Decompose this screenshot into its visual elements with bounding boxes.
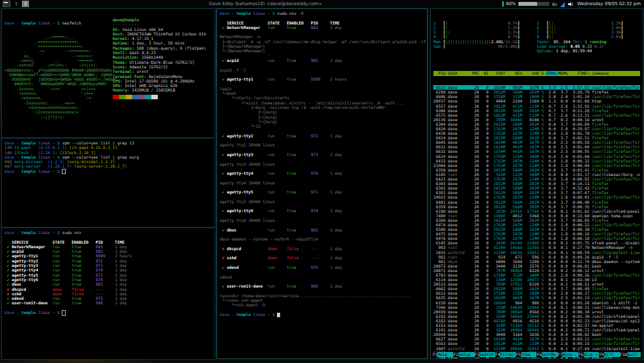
terminal-line: login (220, 86, 424, 91)
process-row[interactable]: 6575 dave 20 0 1852M 411M 115M S 0.7 2.6… (433, 113, 640, 117)
process-row[interactable]: 6414 dave 20 0 2032M 586M 201M S 0.0 3.7… (433, 135, 640, 140)
process-row[interactable]: 6350 dave 20 0 2032M 586M 201M S 0.0 3.7… (433, 168, 640, 172)
vsv-terminal[interactable]: dave - temple linux ~ $ sudo vsv SERVICE… (1, 228, 215, 360)
process-row[interactable]: 6508 dave 20 0 2032M 586M 201M S 0.0 3.7… (433, 227, 640, 231)
terminal-line: ├─Xorg -nolisten tcp :0 -auth /tmp/serve… (220, 105, 424, 110)
htop-fkey-kill[interactable]: F9Kill (599, 352, 620, 357)
process-row[interactable]: 6606 dave 20 0 1758M 315M 106M S 2.0 2.0… (433, 94, 640, 99)
terminal-line (220, 195, 424, 199)
htop-process-list[interactable]: 6615 dave 20 0 1834M 401M 167M S 3.9 2.5… (433, 85, 640, 359)
terminal-line: 139 i3-gaps (4.15.0.1_1) [i3-gaps-4.15.0… (5, 145, 212, 150)
battery-charge-icon (502, 1, 504, 6)
htop-fkey-search[interactable]: F3Search (475, 352, 495, 357)
process-row[interactable]: 6420 dave 20 0 1763M 287M 124M S 0.0 1.8… (433, 126, 640, 131)
terminal-line: ✔ agetty-tty1 run true 5989 2 hours (220, 77, 424, 81)
htop-fkey-sortby[interactable]: F6SortBy (536, 352, 557, 357)
process-row[interactable]: 6703 dave 20 0 1758M 315M 106M S 0.0 2.0… (433, 273, 640, 277)
process-row[interactable]: 6192 dave 20 0 254M 34868 23640 S 0.0 0.… (433, 314, 640, 319)
process-row[interactable]: 6476 dave 20 0 1763M 287M 124M S 0.0 1.8… (433, 236, 640, 240)
process-row[interactable]: 6474 dave 20 0 1763M 287M 124M S 0.0 1.8… (433, 222, 640, 227)
process-row[interactable]: 6298 dave 20 0 2032M 586M 201M S 2.6 3.7… (433, 90, 640, 94)
process-row[interactable]: 7346 dave 20 0 159M 14640 12940 S 0.0 0.… (433, 305, 640, 309)
process-row[interactable]: 20513 dave 20 0 789M 37912 8320 S 0.0 0.… (433, 282, 640, 286)
process-row[interactable]: 1007 polkitd 20 0 1119M 20036 15012 S 0.… (433, 346, 640, 351)
process-row[interactable]: 6306 dave 20 0 2032M 586M 201M S 0.7 3.7… (433, 108, 640, 113)
process-row[interactable]: 982 root 20 0 924 672 596 S 0.0 0.0 0:09… (433, 255, 640, 259)
process-row[interactable]: 6557 dave 20 0 1852M 411M 115M S 0.7 2.6… (433, 104, 640, 108)
process-row[interactable]: 6563 dave 20 0 1852M 411M 115M S 0.0 2.6… (433, 341, 640, 346)
process-row[interactable]: 20937 dave 20 0 4484 2184 1164 R 1.3 0.0… (433, 99, 640, 103)
terminal-line: SERVICE STATE ENABLED PID TIME (5, 240, 212, 244)
network-signal-icon[interactable] (560, 1, 565, 7)
terminal-line: ✘ dhcpcd down false --- 1 day (5, 287, 212, 291)
color-swatch (151, 95, 158, 99)
htop-column-header[interactable]: PID USER PRI NI VIRT RES SHR S CPU% MEM%… (433, 71, 640, 75)
terminal-line (220, 185, 424, 190)
process-row[interactable]: 20072 dave 20 0 3440 3120 1576 S 0.0 0.0… (433, 264, 640, 268)
process-row[interactable]: 6151 dave 20 0 329M 71384 32512 S 0.0 0.… (433, 323, 640, 328)
terminal-color-palette (113, 95, 206, 99)
process-row[interactable]: 6159 dave 20 0 16884 964 908 S 0.0 0.0 0… (433, 300, 640, 305)
process-row[interactable]: 14922 dave 20 0 1763M 287M 124M S 0.0 1.… (433, 195, 640, 199)
process-row[interactable]: 20071 dave 20 0 797M 38864 8220 S 0.0 0.… (433, 268, 640, 273)
process-row[interactable]: 6615 dave 20 0 1834M 401M 167M S 3.9 2.5… (433, 85, 640, 90)
terminal-line: 8 [|| 2.6%] (537, 34, 641, 39)
process-row[interactable]: 6481 dave 20 0 2032M 586M 201M S 0.0 3.7… (433, 200, 640, 204)
process-row[interactable]: 6624 dave 20 0 1758M 315M 106M S 0.0 2.0… (433, 154, 640, 159)
workspace-button-1[interactable]: 1 (13, 1, 19, 7)
terminal-line: ✔ user-runit-dave run true 988 1 day (5, 300, 212, 305)
process-row[interactable]: 6433 dave 20 0 1763M 287M 124M S 0.0 1.8… (433, 159, 640, 163)
process-row[interactable]: 21904 dave 20 0 1763M 287M 124M S 0.0 1.… (433, 163, 640, 168)
vpm-terminal[interactable]: dave - temple linux ~ $ vpm --color=yes … (1, 138, 215, 228)
panel-app-icon[interactable] (3, 1, 10, 7)
process-row[interactable]: 1015 polkitd 20 0 1119M 20036 15012 S 0.… (433, 250, 640, 255)
process-row[interactable]: 983 root 20 0 92240 14660 11368 S 0.0 0.… (433, 245, 640, 250)
process-row[interactable]: 6645 dave 20 0 1834M 401M 167M S 0.0 2.5… (433, 140, 640, 144)
htop-fkey-quit[interactable]: F10Quit (620, 352, 641, 357)
terminal-line: agetty tty5 38400 linux (220, 199, 424, 204)
htop-terminal[interactable]: 1 [| 0.7%]2 [| 1.3%]3 [|| 1.3%]4 [| 0.7%… (430, 8, 643, 359)
process-row[interactable]: 6632 dave 20 0 1834M 401M 167M S 0.0 2.5… (433, 149, 640, 153)
htop-fkey-help[interactable]: F1Help (433, 352, 453, 357)
terminal-line: ✔ agetty-tty3 run true 973 1 day (5, 263, 212, 268)
process-row[interactable]: 6631 dave 20 0 1834M 401M 167M S 0.0 2.5… (433, 144, 640, 149)
terminal-line: dave - temple linux ~ $ vpm --color=yes … (5, 155, 212, 159)
process-row[interactable]: 6190 dave 20 0 183M 24316 17760 S 0.0 0.… (433, 209, 640, 213)
process-row[interactable]: 6382 dave 20 0 2032M 586M 201M S 0.0 3.7… (433, 186, 640, 190)
neofetch-terminal[interactable]: dave - temple linux ~ $ neofetch __.;===… (1, 8, 215, 138)
process-row[interactable]: 6423 dave 20 0 1763M 287M 124M S 0.0 1.8… (433, 177, 640, 181)
process-row[interactable]: 6145 dave 20 0 243M 26148 21988 S 0.0 0.… (433, 240, 640, 245)
process-row[interactable]: 6475 dave 20 0 1763M 287M 124M S 0.0 1.8… (433, 231, 640, 236)
process-row[interactable]: 20940 dave 20 0 3440 3164 1636 S 0.0 0.0… (433, 332, 640, 337)
process-row[interactable]: 6612 dave 20 0 1758M 315M 106M S 0.0 2.0… (433, 291, 640, 295)
process-row[interactable]: 6381 dave 20 0 2032M 586M 201M S 0.0 3.7… (433, 190, 640, 195)
process-row[interactable]: 6627 dave 20 0 1834M 401M 167M S 0.0 2.5… (433, 337, 640, 341)
process-row[interactable]: 6360 dave 20 0 2032M 586M 201M S 0.0 3.7… (433, 218, 640, 222)
workspace-button-2[interactable]: 2 (22, 1, 28, 7)
process-row[interactable]: 981 dbus 20 0 6000 1640 1288 S 0.0 0.0 0… (433, 259, 640, 264)
process-row[interactable]: 6303 dave 20 0 2032M 586M 201M S 0.0 3.7… (433, 181, 640, 186)
process-row[interactable]: 20139 dave 20 0 789M 38048 8140 S 0.7 0.… (433, 117, 640, 122)
process-row[interactable]: 7480 root 20 0 13000 4012 3368 S 0.0 0.0… (433, 213, 640, 218)
volume-icon[interactable] (568, 1, 574, 7)
terminal-line (220, 270, 424, 274)
htop-fkey-nice[interactable]: F7Nice - (558, 352, 578, 357)
process-row[interactable]: 6635 dave 20 0 1834M 401M 167M S 0.0 2.5… (433, 295, 640, 300)
process-row[interactable]: 6304 dave 20 0 2032M 586M 201M S 0.0 3.7… (433, 122, 640, 126)
process-row[interactable]: 6182 dave 20 0 44788 4916 4516 S 0.0 0.0… (433, 319, 640, 323)
htop-fkey-setup[interactable]: F2Setup (453, 352, 474, 357)
process-row[interactable]: 20939 dave 20 0 789M 39660 8568 S 0.0 0.… (433, 309, 640, 314)
color-swatch (132, 95, 138, 99)
htop-fkey-nice[interactable]: F8Nice + (578, 352, 599, 357)
process-row[interactable]: 6438 dave 20 0 1763M 287M 124M S 0.0 1.8… (433, 131, 640, 135)
htop-fkey-filter[interactable]: F4Filter (495, 352, 516, 357)
process-row[interactable]: 6114 dave 20 0 136M 12196 10472 S 0.0 0.… (433, 277, 640, 282)
terminal-line (220, 72, 424, 77)
process-row[interactable]: 6191 dave 20 0 183M 24984 18448 S 0.0 0.… (433, 328, 640, 332)
process-row[interactable]: 6105 root 20 0 355M 122M 108M S 0.0 0.8 … (433, 172, 640, 177)
terminal-line: agetty tty3 38400 linux (220, 162, 424, 166)
process-row[interactable]: 6662 dave 20 0 2032M 586M 201M S 0.0 3.7… (433, 286, 640, 291)
process-row[interactable]: 6359 dave 20 0 2032M 586M 201M S 0.0 3.7… (433, 204, 640, 209)
htop-fkey-tree[interactable]: F5Tree (516, 352, 536, 357)
vsv-tree-terminal[interactable]: dave - temple linux ~ $ sudo vsv -t SERV… (216, 8, 428, 359)
